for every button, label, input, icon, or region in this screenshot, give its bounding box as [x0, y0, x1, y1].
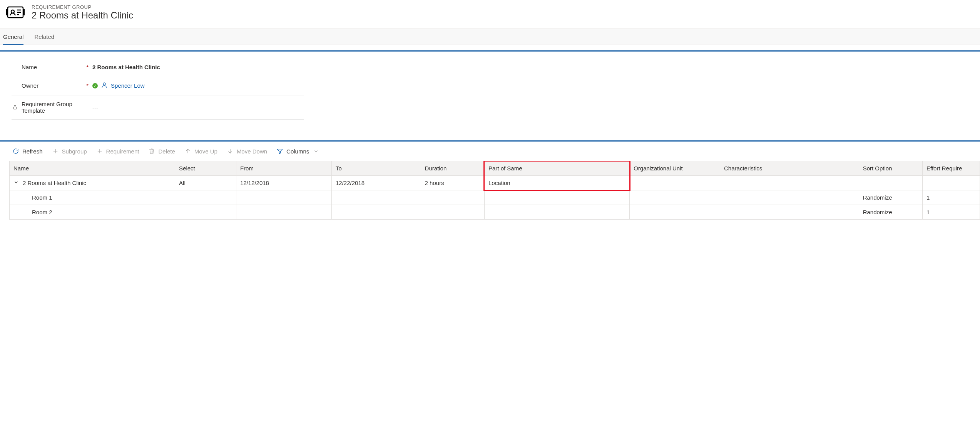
- field-owner-label: Owner: [22, 82, 38, 89]
- col-from[interactable]: From: [236, 161, 331, 176]
- cell-characteristics[interactable]: [720, 176, 859, 190]
- entity-type-label: REQUIREMENT GROUP: [32, 4, 133, 10]
- col-select[interactable]: Select: [175, 161, 236, 176]
- requirements-grid[interactable]: Name Select From To Duration Part of Sam…: [9, 161, 980, 220]
- columns-button[interactable]: Columns: [276, 148, 318, 155]
- grid-wrap: Name Select From To Duration Part of Sam…: [9, 161, 980, 220]
- entity-icon: [6, 3, 25, 22]
- field-template-value: ---: [92, 104, 98, 111]
- cell-to[interactable]: 12/22/2018: [332, 176, 421, 190]
- cell-part-of-same[interactable]: [484, 190, 629, 205]
- cell-effort-required[interactable]: 1: [923, 190, 980, 205]
- cell-part-of-same[interactable]: [484, 205, 629, 220]
- person-icon: [101, 82, 108, 90]
- field-template-label: Requirement Group Template: [22, 101, 83, 114]
- plus-icon: [52, 148, 59, 155]
- requirements-grid-section: Refresh Subgroup Requirement Delete: [0, 140, 980, 220]
- cell-to[interactable]: [332, 205, 421, 220]
- tab-general[interactable]: General: [3, 29, 23, 45]
- cell-sort-option[interactable]: Randomize: [859, 190, 922, 205]
- svg-marker-17: [277, 149, 283, 154]
- required-indicator: *: [86, 64, 89, 70]
- filter-icon: [276, 148, 283, 155]
- grid-toolbar: Refresh Subgroup Requirement Delete: [9, 142, 980, 161]
- add-subgroup-button[interactable]: Subgroup: [52, 148, 87, 155]
- cell-select[interactable]: [175, 205, 236, 220]
- tab-related[interactable]: Related: [34, 29, 54, 45]
- cell-name[interactable]: Room 1: [10, 190, 175, 205]
- field-template: Requirement Group Template ---: [12, 95, 304, 120]
- cell-effort-required[interactable]: 1: [923, 205, 980, 220]
- form-section: Name * 2 Rooms at Health Clinic Owner * …: [0, 50, 980, 131]
- field-name[interactable]: Name * 2 Rooms at Health Clinic: [12, 58, 304, 76]
- cell-duration[interactable]: [421, 190, 484, 205]
- chevron-down-icon[interactable]: [13, 180, 19, 186]
- page-header: REQUIREMENT GROUP 2 Rooms at Health Clin…: [0, 0, 980, 28]
- refresh-button[interactable]: Refresh: [12, 148, 43, 155]
- cell-duration[interactable]: 2 hours: [421, 176, 484, 190]
- refresh-icon: [12, 148, 19, 155]
- col-sort-option[interactable]: Sort Option: [859, 161, 922, 176]
- chevron-down-icon: [314, 148, 318, 155]
- cell-name-text: Room 2: [32, 209, 52, 215]
- page-title: 2 Rooms at Health Clinic: [32, 10, 133, 21]
- trash-icon: [148, 148, 155, 155]
- cell-from[interactable]: [236, 190, 331, 205]
- plus-icon: [96, 148, 103, 155]
- cell-characteristics[interactable]: [720, 190, 859, 205]
- grid-row[interactable]: 2 Rooms at Health ClinicAll12/12/201812/…: [10, 176, 980, 190]
- cell-sort-option[interactable]: Randomize: [859, 205, 922, 220]
- move-down-button[interactable]: Move Down: [227, 148, 267, 155]
- cell-org-unit[interactable]: [630, 190, 720, 205]
- col-part-of-same[interactable]: Part of Same: [484, 161, 629, 176]
- cell-name-text: 2 Rooms at Health Clinic: [23, 180, 86, 186]
- svg-rect-8: [13, 107, 17, 109]
- field-name-label: Name: [22, 64, 37, 70]
- cell-name[interactable]: 2 Rooms at Health Clinic: [10, 176, 175, 190]
- col-characteristics[interactable]: Characteristics: [720, 161, 859, 176]
- cell-org-unit[interactable]: [630, 205, 720, 220]
- col-to[interactable]: To: [332, 161, 421, 176]
- cell-sort-option[interactable]: [859, 176, 922, 190]
- tab-strip: General Related: [0, 28, 980, 45]
- col-duration[interactable]: Duration: [421, 161, 484, 176]
- move-up-button[interactable]: Move Up: [184, 148, 217, 155]
- delete-button[interactable]: Delete: [148, 148, 175, 155]
- cell-name-text: Room 1: [32, 194, 52, 201]
- cell-from[interactable]: 12/12/2018: [236, 176, 331, 190]
- field-owner[interactable]: Owner * ✓ Spencer Low: [12, 76, 304, 95]
- add-requirement-button[interactable]: Requirement: [96, 148, 139, 155]
- cell-from[interactable]: [236, 205, 331, 220]
- arrow-up-icon: [184, 148, 191, 155]
- grid-header-row: Name Select From To Duration Part of Sam…: [10, 161, 980, 176]
- field-name-value[interactable]: 2 Rooms at Health Clinic: [92, 64, 160, 70]
- presence-available-icon: ✓: [92, 83, 98, 88]
- col-effort-required[interactable]: Effort Require: [923, 161, 980, 176]
- arrow-down-icon: [227, 148, 234, 155]
- cell-part-of-same[interactable]: Location: [484, 176, 629, 190]
- col-org-unit[interactable]: Organizational Unit: [630, 161, 720, 176]
- cell-characteristics[interactable]: [720, 205, 859, 220]
- col-name[interactable]: Name: [10, 161, 175, 176]
- lock-icon: [12, 105, 18, 110]
- cell-to[interactable]: [332, 190, 421, 205]
- field-owner-value[interactable]: Spencer Low: [111, 82, 145, 89]
- cell-org-unit[interactable]: [630, 176, 720, 190]
- cell-name[interactable]: Room 2: [10, 205, 175, 220]
- svg-point-7: [103, 83, 105, 85]
- cell-select[interactable]: [175, 190, 236, 205]
- cell-select[interactable]: All: [175, 176, 236, 190]
- cell-effort-required[interactable]: [923, 176, 980, 190]
- grid-row[interactable]: Room 1Randomize1: [10, 190, 980, 205]
- cell-duration[interactable]: [421, 205, 484, 220]
- grid-row[interactable]: Room 2Randomize1: [10, 205, 980, 220]
- required-indicator: *: [86, 82, 89, 89]
